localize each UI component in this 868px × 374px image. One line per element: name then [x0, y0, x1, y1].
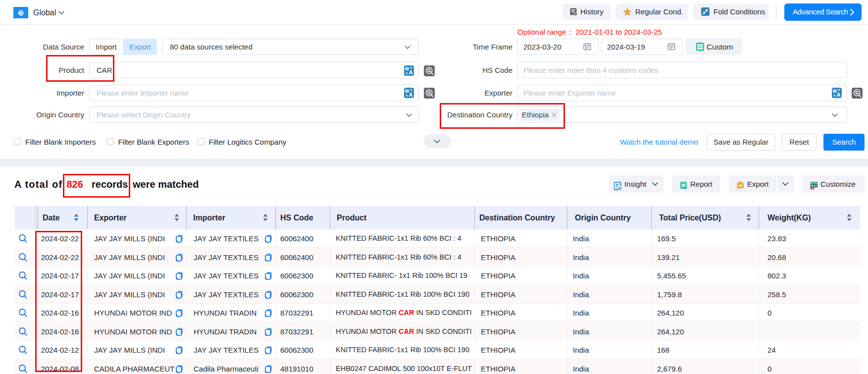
svg-text:BI: BI [618, 187, 621, 190]
svg-text:A: A [836, 92, 840, 98]
